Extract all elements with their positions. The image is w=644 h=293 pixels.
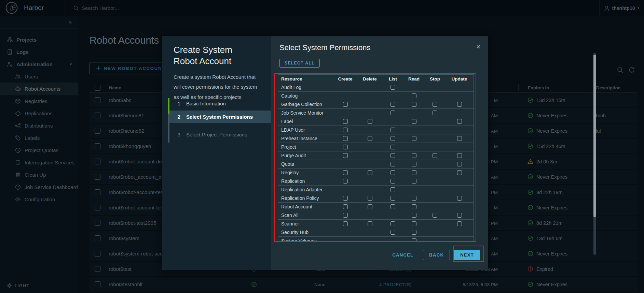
perm-checkbox-replication-list[interactable] (390, 179, 395, 184)
perm-checkbox-registry-list[interactable] (390, 170, 395, 175)
perm-checkbox-scanner-read[interactable] (412, 221, 416, 226)
modal-scrollbar-thumb[interactable] (593, 55, 596, 217)
perm-checkbox-quota-update[interactable] (457, 162, 462, 166)
perm-checkbox-preheat-instance-delete[interactable] (368, 136, 372, 141)
perm-cell (382, 204, 404, 209)
step-number: 1 (177, 101, 181, 106)
resource-name: Robot Account (278, 204, 333, 209)
perm-cell (358, 196, 382, 201)
perm-checkbox-purge-audit-update[interactable] (457, 153, 462, 158)
perm-checkbox-label-create[interactable] (343, 119, 348, 124)
perm-checkbox-scan-all-create[interactable] (343, 213, 348, 218)
perm-checkbox-garbage-collection-update[interactable] (457, 102, 462, 107)
perm-checkbox-security-hub-read[interactable] (412, 230, 416, 235)
perm-checkbox-robot-account-list[interactable] (390, 204, 395, 209)
perm-checkbox-scanner-update[interactable] (457, 221, 462, 226)
cancel-button[interactable]: CANCEL (392, 252, 413, 258)
perm-checkbox-robot-account-delete[interactable] (368, 204, 372, 209)
perm-checkbox-ldap-user-create[interactable] (343, 128, 348, 132)
perm-checkbox-registry-create[interactable] (343, 170, 348, 175)
perm-checkbox-scan-all-read[interactable] (412, 213, 416, 218)
perm-checkbox-purge-audit-read[interactable] (412, 153, 416, 158)
perm-checkbox-robot-account-read[interactable] (412, 204, 416, 209)
perm-checkbox-replication-create[interactable] (343, 179, 348, 184)
resource-name: Garbage Collection (278, 102, 333, 107)
perm-checkbox-purge-audit-stop[interactable] (433, 153, 437, 158)
perm-checkbox-registry-read[interactable] (412, 170, 416, 175)
perm-cell (382, 187, 404, 192)
select-all-button[interactable]: SELECT ALL (279, 59, 320, 68)
perm-checkbox-audit-log-list[interactable] (390, 85, 395, 90)
perm-checkbox-purge-audit-create[interactable] (343, 153, 348, 158)
perm-checkbox-registry-update[interactable] (457, 170, 462, 175)
perm-cell (333, 136, 358, 141)
perm-checkbox-preheat-instance-update[interactable] (457, 136, 462, 141)
perm-checkbox-scan-all-stop[interactable] (433, 213, 437, 218)
resource-name: LDAP User (278, 127, 333, 133)
perm-checkbox-replication-read[interactable] (412, 179, 416, 184)
resource-name: Quota (278, 161, 333, 167)
perm-checkbox-preheat-instance-read[interactable] (412, 136, 416, 141)
permissions-header-row: Resource Create Delete List Read Stop Up… (278, 75, 474, 83)
wizard-right-panel: Select System Permissions × SELECT ALL R… (271, 36, 488, 270)
perm-cell (404, 221, 424, 226)
perm-checkbox-job-service-monitor-stop[interactable] (433, 111, 437, 115)
perm-col-update: Update (446, 76, 473, 82)
perm-checkbox-ldap-user-list[interactable] (390, 128, 395, 132)
perm-cell (446, 213, 473, 218)
perm-cell (404, 136, 424, 141)
back-button[interactable]: BACK (423, 250, 450, 260)
perm-checkbox-registry-delete[interactable] (368, 170, 372, 175)
step-basic-information[interactable]: 1 Basic Information (169, 97, 271, 109)
step-label: Select System Permissions (186, 114, 253, 120)
perm-checkbox-purge-audit-list[interactable] (390, 153, 395, 158)
perm-cell (358, 136, 382, 141)
perm-checkbox-replication-policy-create[interactable] (343, 196, 348, 201)
perm-checkbox-label-update[interactable] (457, 119, 462, 124)
perm-checkbox-preheat-instance-create[interactable] (343, 136, 348, 141)
perm-checkbox-catalog-read[interactable] (412, 93, 416, 98)
perm-cell (382, 196, 404, 201)
perm-checkbox-garbage-collection-create[interactable] (343, 102, 348, 107)
perm-checkbox-replication-policy-update[interactable] (457, 196, 462, 201)
perm-checkbox-garbage-collection-stop[interactable] (433, 102, 437, 107)
perm-col-create: Create (333, 76, 358, 82)
modal-footer: CANCEL BACK NEXT (392, 250, 480, 260)
perm-cell (446, 119, 473, 124)
perm-checkbox-scanner-list[interactable] (390, 221, 395, 226)
perm-cell (404, 119, 424, 124)
step-label: Basic Information (186, 101, 226, 106)
perm-checkbox-replication-policy-delete[interactable] (368, 196, 372, 201)
permission-row: Preheat Instance (278, 134, 474, 143)
perm-checkbox-preheat-instance-list[interactable] (390, 136, 395, 141)
perm-cell (446, 170, 473, 175)
perm-checkbox-system-volumes-read[interactable] (412, 238, 416, 241)
close-icon[interactable]: × (476, 43, 480, 50)
perm-cell (333, 128, 358, 132)
next-button[interactable]: NEXT (454, 250, 480, 260)
perm-checkbox-garbage-collection-list[interactable] (390, 102, 395, 107)
perm-cell (333, 179, 358, 184)
step-select-project-permissions[interactable]: 3 Select Project Permissions (169, 128, 271, 141)
perm-checkbox-job-service-monitor-list[interactable] (390, 111, 395, 115)
perm-checkbox-label-delete[interactable] (368, 119, 372, 124)
perm-checkbox-quota-read[interactable] (412, 162, 416, 166)
perm-checkbox-replication-policy-list[interactable] (390, 196, 395, 201)
perm-checkbox-garbage-collection-read[interactable] (412, 102, 416, 107)
perm-cell (333, 153, 358, 158)
perm-checkbox-scanner-delete[interactable] (368, 221, 372, 226)
perm-checkbox-replication-adapter-list[interactable] (390, 187, 395, 192)
perm-checkbox-quota-list[interactable] (390, 162, 395, 166)
perm-cell (382, 162, 404, 166)
perm-checkbox-scanner-create[interactable] (343, 221, 348, 226)
permission-row: Catalog (278, 92, 474, 100)
perm-checkbox-robot-account-create[interactable] (343, 204, 348, 209)
perm-checkbox-replication-policy-read[interactable] (412, 196, 416, 201)
perm-checkbox-security-hub-list[interactable] (390, 230, 395, 235)
perm-checkbox-label-read[interactable] (412, 119, 416, 124)
perm-checkbox-project-list[interactable] (390, 145, 395, 149)
step-select-system-permissions[interactable]: 2 Select System Permissions (169, 111, 271, 123)
perm-checkbox-project-create[interactable] (343, 145, 348, 149)
permission-row: Security Hub (278, 228, 474, 237)
perm-checkbox-scan-all-update[interactable] (457, 213, 462, 218)
